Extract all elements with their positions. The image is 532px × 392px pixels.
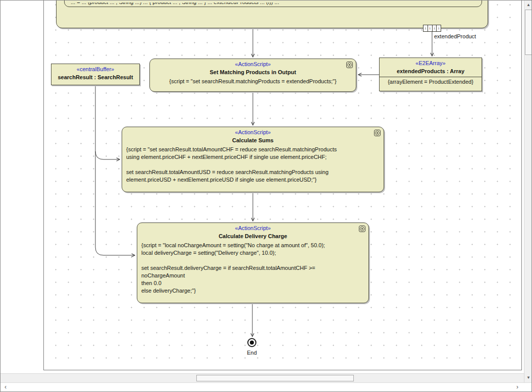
e2e-array-node[interactable]: «E2EArray» extendedProducts : Array {arr… (379, 58, 482, 91)
vertical-scrollbar[interactable]: ▲ ▼ (524, 1, 532, 382)
diagram-canvas[interactable]: ... = ... (product ... , String ...) ...… (1, 1, 524, 373)
vertical-scrollbar-thumb[interactable] (525, 10, 532, 55)
node-title: searchResult : SearchResult (51, 73, 139, 82)
scroll-down-button[interactable]: ▼ (524, 374, 532, 382)
activity-node-partial[interactable]: ... = ... (product ... , String ...) ...… (56, 1, 488, 28)
tagged-value: {arrayElement = ProductExtended} (380, 77, 482, 86)
pin-arrow-icon: ↓ (428, 25, 433, 31)
node-title: Calculate Delivery Charge (137, 232, 368, 241)
bottom-strip: ‹ › (1, 382, 532, 392)
node-title: Calculate Sums (122, 136, 384, 145)
node-title: Set Matching Products in Output (150, 68, 356, 77)
action-node-calculate-sums[interactable]: «ActionScript» Calculate Sums {script = … (122, 127, 384, 192)
pin-arrow-icon: ↓ (423, 25, 428, 31)
pin-arrow-icon: ↓ (433, 25, 437, 31)
stereotype-label: «E2EArray» (380, 58, 482, 67)
pin-arrow-icon: ↓ (437, 25, 441, 31)
action-node-calculate-delivery-charge[interactable]: «ActionScript» Calculate Delivery Charge… (137, 222, 369, 303)
up-arrow-icon: ▲ (526, 3, 530, 7)
horizontal-scrollbar-thumb[interactable] (196, 375, 354, 381)
clipped-script-text: ... = ... (product ... , String ...) ...… (71, 3, 475, 6)
behavior-icon (359, 226, 365, 232)
node-script: {script = "set searchResult.matchingProd… (150, 77, 356, 85)
output-pin-group[interactable]: ↓ ↓ ↓ ↓ (423, 25, 441, 32)
behavior-icon (374, 130, 381, 136)
node-title: extendedProducts : Array (380, 67, 482, 76)
pin-label: extendedProduct (434, 33, 476, 39)
end-label: End (242, 350, 262, 356)
stereotype-label: «centralBuffer» (51, 64, 139, 73)
app-window: ... = ... (product ... , String ...) ...… (0, 0, 532, 392)
scroll-up-button[interactable]: ▲ (524, 1, 532, 9)
stereotype-label: «ActionScript» (137, 223, 368, 232)
activity-final-node[interactable] (247, 338, 256, 347)
central-buffer-node[interactable]: «centralBuffer» searchResult : SearchRes… (51, 64, 140, 85)
right-arrow-icon: › (516, 383, 518, 390)
scroll-left-button[interactable]: ‹ (2, 383, 10, 392)
scroll-right-button[interactable]: › (513, 383, 521, 392)
behavior-icon (346, 62, 353, 68)
node-script: {script = "set searchResult.totalAmountC… (122, 145, 384, 184)
node-script: {script = "local noChargeAmount = settin… (137, 241, 368, 295)
down-arrow-icon: ▼ (526, 375, 530, 380)
left-arrow-icon: ‹ (5, 383, 7, 390)
stereotype-label: «ActionScript» (122, 127, 384, 136)
horizontal-scrollbar[interactable] (1, 373, 524, 382)
stereotype-label: «ActionScript» (150, 59, 356, 68)
action-node-set-matching-products[interactable]: «ActionScript» Set Matching Products in … (149, 59, 356, 92)
nested-action-partial[interactable]: ... = ... (product ... , String ...) ...… (64, 1, 482, 7)
